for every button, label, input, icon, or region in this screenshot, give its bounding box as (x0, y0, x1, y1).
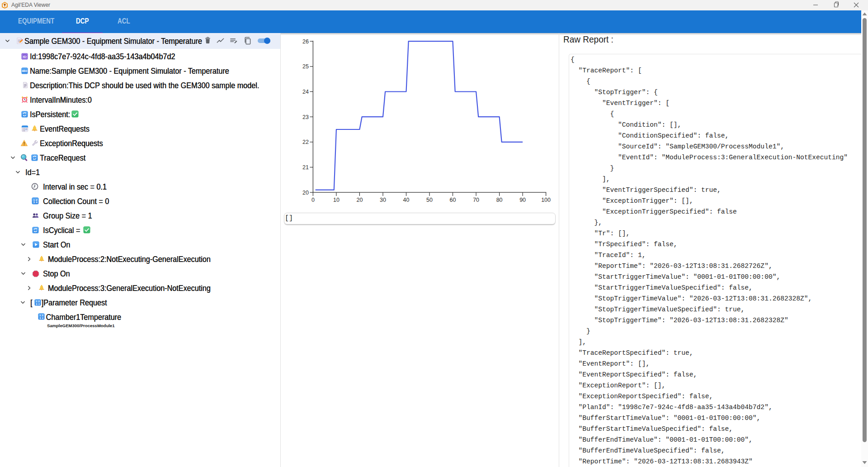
svg-text:23: 23 (302, 114, 309, 120)
svg-text:50: 50 (426, 197, 433, 203)
svg-text:40: 40 (403, 197, 410, 203)
svg-text:30: 30 (380, 197, 386, 203)
svg-text:20: 20 (302, 190, 309, 196)
svg-text:25: 25 (302, 63, 309, 70)
svg-text:0: 0 (311, 197, 315, 203)
svg-text:80: 80 (496, 197, 503, 203)
svg-text:20: 20 (356, 197, 363, 203)
svg-text:100: 100 (541, 197, 551, 203)
svg-text:60: 60 (450, 197, 456, 203)
svg-text:70: 70 (473, 197, 479, 203)
svg-text:26: 26 (302, 38, 309, 45)
svg-text:21: 21 (302, 164, 309, 171)
svg-text:10: 10 (333, 197, 340, 203)
svg-text:24: 24 (302, 89, 309, 95)
svg-text:90: 90 (519, 197, 526, 203)
svg-text:22: 22 (302, 139, 309, 145)
